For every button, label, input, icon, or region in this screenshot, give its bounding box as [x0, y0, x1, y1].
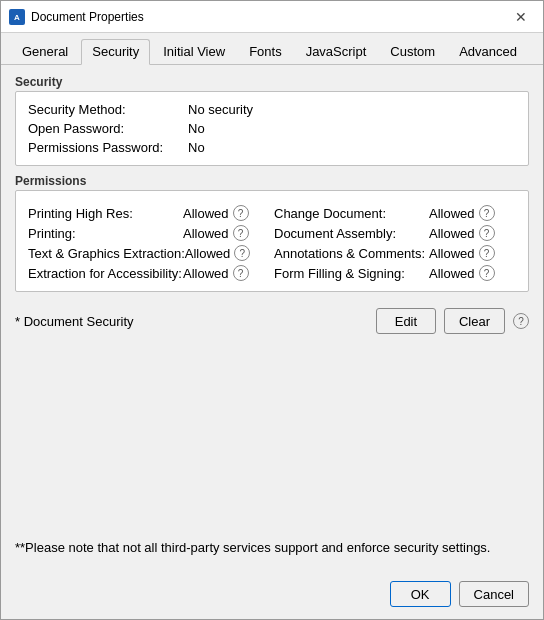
tab-security[interactable]: Security: [81, 39, 150, 65]
help-icon-extraction-accessibility[interactable]: ?: [233, 265, 249, 281]
note-text: **Please note that not all third-party s…: [15, 532, 529, 563]
perm-printing-label: Printing:: [28, 226, 183, 241]
clear-button[interactable]: Clear: [444, 308, 505, 334]
security-section-label: Security: [15, 75, 529, 89]
tab-general[interactable]: General: [11, 39, 79, 64]
footer: OK Cancel: [1, 573, 543, 619]
perm-document-assembly-label: Document Assembly:: [274, 226, 429, 241]
perm-change-document: Change Document: Allowed ?: [274, 203, 516, 223]
help-icon-change-document[interactable]: ?: [479, 205, 495, 221]
perm-annotations-comments-label: Annotations & Comments:: [274, 246, 429, 261]
perm-printing: Printing: Allowed ?: [28, 223, 270, 243]
tab-javascript[interactable]: JavaScript: [295, 39, 378, 64]
perm-form-filling-signing-value: Allowed: [429, 266, 475, 281]
tab-initial-view[interactable]: Initial View: [152, 39, 236, 64]
help-icon-annotations-comments[interactable]: ?: [479, 245, 495, 261]
content-area: Security Security Method: No security Op…: [1, 65, 543, 573]
security-method-value: No security: [188, 102, 253, 117]
permissions-section-label: Permissions: [15, 174, 529, 188]
edit-button[interactable]: Edit: [376, 308, 436, 334]
help-icon-document-assembly[interactable]: ?: [479, 225, 495, 241]
permissions-section: Permissions Printing High Res: Allowed ?…: [15, 174, 529, 292]
tabs-bar: General Security Initial View Fonts Java…: [1, 33, 543, 65]
cancel-button[interactable]: Cancel: [459, 581, 529, 607]
perm-annotations-comments: Annotations & Comments: Allowed ?: [274, 243, 516, 263]
open-password-label: Open Password:: [28, 121, 188, 136]
app-icon: A: [9, 9, 25, 25]
security-method-label: Security Method:: [28, 102, 188, 117]
perm-document-assembly: Document Assembly: Allowed ?: [274, 223, 516, 243]
doc-security-text: * Document Security: [15, 314, 368, 329]
perm-text-graphics: Text & Graphics Extraction: Allowed ?: [28, 243, 270, 263]
help-icon-form-filling-signing[interactable]: ?: [479, 265, 495, 281]
open-password-row: Open Password: No: [28, 119, 516, 138]
tab-advanced[interactable]: Advanced: [448, 39, 528, 64]
perm-form-filling-signing: Form Filling & Signing: Allowed ?: [274, 263, 516, 283]
permissions-password-value: No: [188, 140, 205, 155]
spacer: [15, 342, 529, 524]
title-bar: A Document Properties ✕: [1, 1, 543, 33]
doc-security-row: * Document Security Edit Clear ?: [15, 308, 529, 334]
permissions-section-box: Printing High Res: Allowed ? Printing: A…: [15, 190, 529, 292]
security-section: Security Security Method: No security Op…: [15, 75, 529, 166]
perm-document-assembly-value: Allowed: [429, 226, 475, 241]
permissions-password-row: Permissions Password: No: [28, 138, 516, 157]
perm-text-graphics-label: Text & Graphics Extraction:: [28, 246, 185, 261]
open-password-value: No: [188, 121, 205, 136]
perm-form-filling-signing-label: Form Filling & Signing:: [274, 266, 429, 281]
perm-printing-high-res-label: Printing High Res:: [28, 206, 183, 221]
permissions-left-col: Printing High Res: Allowed ? Printing: A…: [28, 203, 270, 283]
perm-annotations-comments-value: Allowed: [429, 246, 475, 261]
title-bar-text: Document Properties: [31, 10, 507, 24]
permissions-grid: Printing High Res: Allowed ? Printing: A…: [28, 203, 516, 283]
permissions-right-col: Change Document: Allowed ? Document Asse…: [274, 203, 516, 283]
perm-extraction-accessibility-label: Extraction for Accessibility:: [28, 266, 183, 281]
ok-button[interactable]: OK: [390, 581, 451, 607]
security-section-box: Security Method: No security Open Passwo…: [15, 91, 529, 166]
permissions-password-label: Permissions Password:: [28, 140, 188, 155]
perm-printing-high-res-value: Allowed: [183, 206, 229, 221]
help-icon-printing[interactable]: ?: [233, 225, 249, 241]
close-button[interactable]: ✕: [507, 3, 535, 31]
help-icon-doc-security[interactable]: ?: [513, 313, 529, 329]
perm-text-graphics-value: Allowed: [185, 246, 231, 261]
security-method-row: Security Method: No security: [28, 100, 516, 119]
perm-change-document-label: Change Document:: [274, 206, 429, 221]
perm-extraction-accessibility-value: Allowed: [183, 266, 229, 281]
document-properties-window: A Document Properties ✕ General Security…: [0, 0, 544, 620]
svg-text:A: A: [14, 13, 20, 22]
perm-printing-high-res: Printing High Res: Allowed ?: [28, 203, 270, 223]
help-icon-text-graphics[interactable]: ?: [234, 245, 250, 261]
tab-custom[interactable]: Custom: [379, 39, 446, 64]
perm-printing-value: Allowed: [183, 226, 229, 241]
help-icon-printing-high-res[interactable]: ?: [233, 205, 249, 221]
perm-extraction-accessibility: Extraction for Accessibility: Allowed ?: [28, 263, 270, 283]
tab-fonts[interactable]: Fonts: [238, 39, 293, 64]
perm-change-document-value: Allowed: [429, 206, 475, 221]
